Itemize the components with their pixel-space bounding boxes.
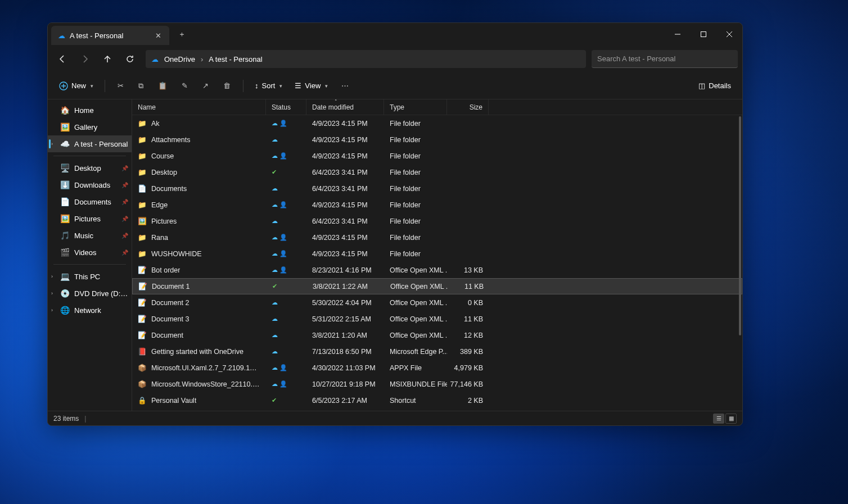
details-pane-button[interactable]: ◫ Details xyxy=(694,76,736,96)
file-row[interactable]: 🔒Personal Vault✔6/5/2023 2:17 AMShortcut… xyxy=(132,392,742,408)
delete-button[interactable]: 🗑 xyxy=(218,76,236,96)
expand-icon[interactable]: › xyxy=(51,274,53,279)
cell-type: Office Open XML ... xyxy=(384,266,447,274)
sidebar-label: Music xyxy=(74,231,93,240)
expand-icon[interactable]: › xyxy=(51,290,53,296)
sidebar-item[interactable]: 🖼️Gallery xyxy=(48,119,132,135)
file-icon: 📝 xyxy=(138,315,147,323)
file-name: Attachments xyxy=(151,136,190,144)
sidebar-item[interactable]: ›☁️A test - Personal xyxy=(48,135,132,152)
view-icon: ☰ xyxy=(295,81,301,90)
breadcrumb[interactable]: ☁ OneDrive › A test - Personal xyxy=(146,50,586,68)
file-row[interactable]: 📝Document☁3/8/2021 1:20 AMOffice Open XM… xyxy=(132,327,742,343)
new-tab-button[interactable]: ＋ xyxy=(174,27,190,42)
cell-name: 📝Document 2 xyxy=(132,298,266,307)
cell-type: Office Open XML ... xyxy=(384,315,447,323)
close-tab-icon[interactable]: ✕ xyxy=(153,31,164,40)
forward-button[interactable] xyxy=(75,49,95,69)
cell-status: ✔ xyxy=(266,169,306,176)
maximize-button[interactable] xyxy=(691,23,716,46)
pin-icon: 📌 xyxy=(121,199,128,205)
breadcrumb-current[interactable]: A test - Personal xyxy=(209,55,262,63)
file-row[interactable]: 📦Microsoft.UI.Xaml.2.7_7.2109.13004.0_x6… xyxy=(132,360,742,376)
expand-icon[interactable]: › xyxy=(51,307,53,313)
rename-button[interactable]: ✎ xyxy=(176,76,193,96)
onedrive-icon: ☁ xyxy=(58,31,65,40)
column-extra[interactable] xyxy=(489,99,511,115)
file-row[interactable]: 📁Attachments☁4/9/2023 4:15 PMFile folder xyxy=(132,131,742,148)
column-status[interactable]: Status xyxy=(266,99,306,115)
scrollbar[interactable] xyxy=(739,116,741,335)
view-button[interactable]: ☰ View ▾ xyxy=(290,76,332,96)
cell-size: 0 KB xyxy=(447,299,489,307)
sidebar-item[interactable]: 📄Documents📌 xyxy=(48,193,132,210)
file-row[interactable]: 📝Bot order☁👤8/23/2021 4:16 PMOffice Open… xyxy=(132,262,742,278)
new-label: New xyxy=(71,81,86,90)
close-window-button[interactable] xyxy=(716,23,742,46)
file-row[interactable]: 📝Document 2☁5/30/2022 4:04 PMOffice Open… xyxy=(132,294,742,311)
file-row[interactable]: 📦Microsoft.WindowsStore_22110.1401.10.0.… xyxy=(132,376,742,392)
column-date[interactable]: Date modified xyxy=(306,99,384,115)
cut-button[interactable]: ✂ xyxy=(112,76,129,96)
copy-button[interactable]: ⧉ xyxy=(133,76,149,96)
file-name: Ak xyxy=(151,120,160,128)
details-view-button[interactable]: ☰ xyxy=(713,414,724,424)
file-row[interactable]: 📕Getting started with OneDrive☁7/13/2018… xyxy=(132,343,742,360)
new-button[interactable]: New ▾ xyxy=(55,76,98,96)
back-button[interactable] xyxy=(52,49,73,69)
sidebar-item[interactable]: 🖼️Pictures📌 xyxy=(48,210,132,227)
navigation-bar: ☁ OneDrive › A test - Personal Search A … xyxy=(48,46,742,72)
cell-date: 10/27/2021 9:18 PM xyxy=(306,380,384,388)
file-row[interactable]: 📁Rana☁👤4/9/2023 4:15 PMFile folder xyxy=(132,229,742,246)
column-size[interactable]: Size xyxy=(447,99,489,115)
browser-tab[interactable]: ☁ A test - Personal ✕ xyxy=(51,26,169,45)
cell-size: 13 KB xyxy=(447,266,489,274)
cell-size: 12 KB xyxy=(447,332,489,339)
file-icon: 📁 xyxy=(138,249,147,258)
cell-date: 4/9/2023 4:15 PM xyxy=(306,136,384,144)
file-row[interactable]: 📝Document 1✔3/8/2021 1:22 AMOffice Open … xyxy=(132,278,742,294)
sidebar-item[interactable]: ›💿DVD Drive (D:) CCC xyxy=(48,285,132,302)
minimize-button[interactable] xyxy=(665,23,691,46)
expand-icon[interactable]: › xyxy=(51,141,53,147)
cell-type: File folder xyxy=(384,136,447,144)
sidebar-icon: 💻 xyxy=(60,272,70,281)
column-name[interactable]: Name xyxy=(132,99,266,115)
breadcrumb-root[interactable]: OneDrive xyxy=(164,55,195,63)
sidebar-item[interactable]: 🎵Music📌 xyxy=(48,227,132,244)
sort-button[interactable]: ↕ Sort ▾ xyxy=(250,76,287,96)
more-button[interactable]: ⋯ xyxy=(336,76,354,96)
file-row[interactable]: 📁WUSHOWHIDE☁👤4/9/2023 4:15 PMFile folder xyxy=(132,246,742,262)
sidebar-item[interactable]: ›💻This PC xyxy=(48,268,132,285)
sidebar: 🏠Home🖼️Gallery›☁️A test - Personal🖥️Desk… xyxy=(48,99,132,411)
file-row[interactable]: 📁Edge☁👤4/9/2023 4:15 PMFile folder xyxy=(132,197,742,213)
cell-name: 📁Edge xyxy=(132,201,266,209)
file-icon: 📝 xyxy=(138,266,147,274)
cell-name: 📄Documents xyxy=(132,184,266,193)
thumbnails-view-button[interactable]: ▦ xyxy=(725,414,737,424)
sidebar-item[interactable]: ⬇️Downloads📌 xyxy=(48,176,132,193)
up-button[interactable] xyxy=(97,49,118,69)
sidebar-icon: 🏠 xyxy=(60,106,70,115)
sidebar-item[interactable]: ›🌐Network xyxy=(48,302,132,319)
cell-status: ✔ xyxy=(267,283,307,290)
file-row[interactable]: 📁Desktop✔6/4/2023 3:41 PMFile folder xyxy=(132,164,742,180)
file-row[interactable]: 📁Ak☁👤4/9/2023 4:15 PMFile folder xyxy=(132,115,742,131)
details-icon: ◫ xyxy=(698,81,705,90)
share-button[interactable]: ↗ xyxy=(197,76,214,96)
refresh-button[interactable] xyxy=(120,49,140,69)
column-type[interactable]: Type xyxy=(384,99,447,115)
file-row[interactable]: 📁Course☁👤4/9/2023 4:15 PMFile folder xyxy=(132,148,742,164)
synced-status-icon: ✔ xyxy=(272,397,277,404)
file-icon: 📁 xyxy=(138,168,147,176)
file-row[interactable]: 🖼️Pictures☁6/4/2023 3:41 PMFile folder xyxy=(132,213,742,229)
search-input[interactable]: Search A test - Personal xyxy=(592,50,738,68)
cell-status: ☁ xyxy=(266,299,306,306)
paste-button[interactable]: 📋 xyxy=(152,76,173,96)
sidebar-item[interactable]: 🎬Videos📌 xyxy=(48,244,132,261)
file-row[interactable]: 📄Documents☁6/4/2023 3:41 PMFile folder xyxy=(132,180,742,197)
file-row[interactable]: 📝Document 3☁5/31/2022 2:15 AMOffice Open… xyxy=(132,311,742,327)
sidebar-item[interactable]: 🖥️Desktop📌 xyxy=(48,160,132,176)
cloud-status-icon: ☁ xyxy=(272,152,278,160)
sidebar-item[interactable]: 🏠Home xyxy=(48,102,132,119)
